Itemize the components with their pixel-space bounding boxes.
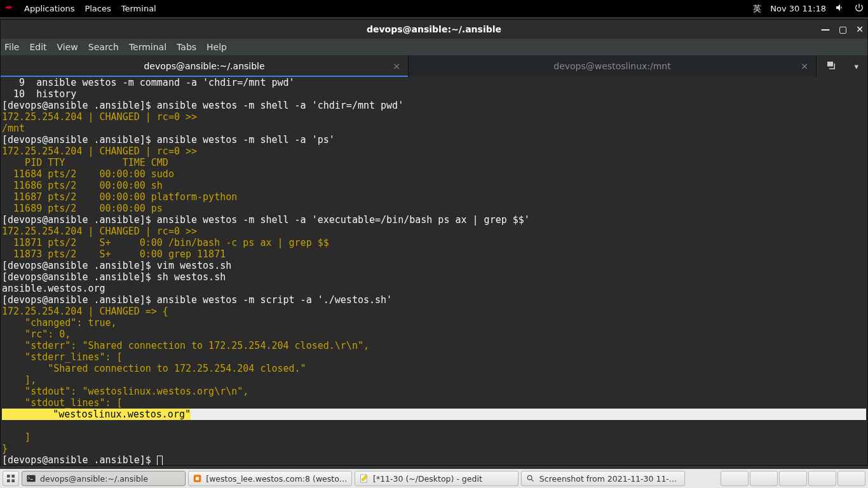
- history-line: 10 history: [2, 88, 76, 100]
- json-line: "stdout": "westoslinux.westos.org\r\n",: [2, 386, 248, 397]
- prompt: [devops@ansible .ansible]$: [2, 134, 157, 146]
- ansible-result-header: 172.25.254.204 | CHANGED => {: [2, 306, 168, 317]
- prompt: [devops@ansible .ansible]$: [2, 454, 157, 465]
- grep-row: 11873 pts/2 S+ 0:00 grep 11871: [2, 248, 226, 260]
- tab-ansible[interactable]: devops@ansible:~/.ansible ×: [1, 55, 409, 77]
- new-tab-button[interactable]: [825, 60, 837, 73]
- window-title: devops@ansible:~/.ansible: [367, 24, 501, 34]
- tray-slot-5[interactable]: [837, 471, 865, 486]
- svg-point-7: [527, 475, 532, 480]
- ps-header: PID TTY TIME CMD: [2, 157, 168, 168]
- selected-line: "westoslinux.westos.org": [2, 409, 866, 420]
- json-line: "rc": 0,: [2, 329, 71, 340]
- json-line: ],: [2, 374, 36, 386]
- ansible-result-header: 172.25.254.204 | CHANGED | rc=0 >>: [2, 111, 197, 123]
- svg-rect-1: [11, 475, 15, 478]
- minimize-button[interactable]: —: [821, 24, 830, 34]
- ps-row: 11689 pts/2 00:00:00 ps: [2, 203, 163, 214]
- tab-westoslinux[interactable]: devops@westoslinux:/mnt ×: [409, 55, 817, 77]
- menu-search[interactable]: Search: [88, 42, 119, 52]
- history-line: 9 ansible westos -m command -a 'chdir=/m…: [2, 77, 295, 88]
- menu-terminal[interactable]: Terminal: [121, 4, 156, 13]
- task-terminal[interactable]: devops@ansible:~/.ansible: [22, 471, 186, 486]
- volume-icon[interactable]: [835, 3, 845, 15]
- json-line: "stderr": "Shared connection to 172.25.2…: [2, 340, 369, 351]
- menu-places[interactable]: Places: [85, 4, 111, 13]
- prompt: [devops@ansible .ansible]$: [2, 214, 157, 226]
- json-line: "stdout_lines": [: [2, 397, 123, 409]
- json-line: "changed": true,: [2, 317, 117, 329]
- prompt: [devops@ansible .ansible]$: [2, 271, 157, 283]
- json-line: }: [2, 443, 8, 454]
- desktop-topbar: Applications Places Terminal 英 Nov 30 11…: [0, 0, 868, 17]
- tab-close-icon[interactable]: ×: [393, 61, 400, 71]
- json-line: "Shared connection to 172.25.254.204 clo…: [2, 363, 306, 374]
- ps-row: 11687 pts/2 00:00:00 platform-python: [2, 191, 237, 203]
- tray-slot-3[interactable]: [779, 471, 807, 486]
- menu-edit[interactable]: Edit: [29, 42, 46, 52]
- grep-row: 11871 pts/2 S+ 0:00 /bin/bash -c ps ax |…: [2, 237, 329, 248]
- menu-terminal[interactable]: Terminal: [129, 42, 166, 52]
- task-label: [westos_lee.westos.com:8 (westos)…: [206, 474, 348, 484]
- maximize-button[interactable]: ▢: [839, 24, 847, 34]
- ps-row: 11684 pts/2 00:00:00 sudo: [2, 168, 174, 180]
- ansible-result-header: 172.25.254.204 | CHANGED | rc=0 >>: [2, 226, 197, 237]
- ansible-result-header: 172.25.254.204 | CHANGED | rc=0 >>: [2, 146, 197, 157]
- ps-row: 11686 pts/2 00:00:00 sh: [2, 180, 163, 191]
- json-line: ]: [2, 431, 31, 443]
- tab-menu-button[interactable]: ▾: [855, 62, 859, 71]
- tab-label: devops@westoslinux:/mnt: [553, 61, 670, 71]
- menu-help[interactable]: Help: [207, 42, 227, 52]
- tab-extras: ▾: [817, 55, 867, 77]
- terminal-window: devops@ansible:~/.ansible — ▢ ✕ File Edi…: [0, 19, 868, 466]
- output-line: ansible.westos.org: [2, 283, 105, 294]
- tabs-bar: devops@ansible:~/.ansible × devops@westo…: [1, 55, 867, 77]
- json-line-selected: "westoslinux.westos.org": [7, 409, 191, 420]
- titlebar[interactable]: devops@ansible:~/.ansible — ▢ ✕: [1, 20, 867, 39]
- tray-slot-2[interactable]: [750, 471, 778, 486]
- tray-slot-4[interactable]: [808, 471, 836, 486]
- task-label: Screenshot from 2021-11-30 11-0…: [539, 474, 681, 484]
- menu-applications[interactable]: Applications: [24, 4, 74, 13]
- svg-rect-4: [27, 475, 35, 482]
- ime-indicator[interactable]: 英: [753, 3, 761, 15]
- task-label: devops@ansible:~/.ansible: [40, 474, 148, 484]
- menubar: File Edit View Search Terminal Tabs Help: [1, 39, 867, 55]
- task-label: [*11-30 (~/Desktop) - gedit: [373, 474, 482, 484]
- cursor: [157, 456, 163, 465]
- json-line: "stderr_lines": [: [2, 351, 123, 363]
- command: ansible westos -m shell -a 'ps': [157, 134, 335, 146]
- show-desktop-button[interactable]: [3, 471, 19, 486]
- svg-rect-2: [7, 479, 10, 482]
- command: vim westos.sh: [157, 260, 231, 271]
- task-screenshot[interactable]: Screenshot from 2021-11-30 11-0…: [521, 471, 685, 486]
- power-icon[interactable]: [854, 3, 864, 15]
- svg-rect-3: [11, 479, 15, 482]
- output-line: /mnt: [2, 123, 25, 134]
- prompt: [devops@ansible .ansible]$: [2, 294, 157, 306]
- close-button[interactable]: ✕: [856, 24, 864, 34]
- distro-icon: [4, 3, 14, 15]
- command: ansible westos -m shell -a 'chdir=/mnt p…: [157, 100, 403, 111]
- task-remote[interactable]: [westos_lee.westos.com:8 (westos)…: [188, 471, 352, 486]
- command: sh westos.sh: [157, 271, 226, 283]
- command: ansible westos -m shell -a 'executable=/…: [157, 214, 530, 226]
- tray-slot-1[interactable]: [721, 471, 749, 486]
- menu-tabs[interactable]: Tabs: [177, 42, 196, 52]
- tab-close-icon[interactable]: ×: [801, 61, 808, 71]
- prompt: [devops@ansible .ansible]$: [2, 260, 157, 271]
- prompt: [devops@ansible .ansible]$: [2, 100, 157, 111]
- menu-view[interactable]: View: [57, 42, 78, 52]
- menu-file[interactable]: File: [4, 42, 19, 52]
- desktop-taskbar: devops@ansible:~/.ansible [westos_lee.we…: [0, 469, 868, 488]
- command: ansible westos -m script -a './westos.sh…: [157, 294, 392, 306]
- tab-label: devops@ansible:~/.ansible: [144, 61, 264, 71]
- clock[interactable]: Nov 30 11:18: [770, 4, 826, 13]
- svg-rect-0: [7, 475, 10, 478]
- terminal-output[interactable]: 9 ansible westos -m command -a 'chdir=/m…: [1, 77, 867, 465]
- task-gedit[interactable]: [*11-30 (~/Desktop) - gedit: [355, 471, 519, 486]
